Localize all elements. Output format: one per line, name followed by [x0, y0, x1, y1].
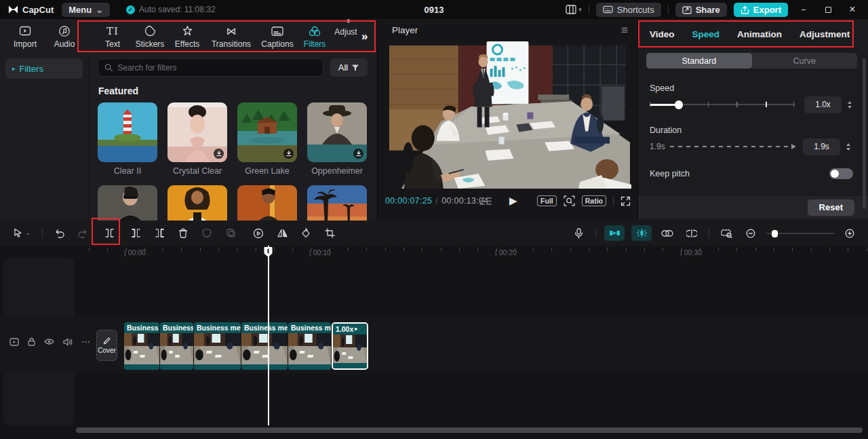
zoom-in-button[interactable]: [841, 225, 859, 242]
timeline-clip[interactable]: Business me: [160, 322, 193, 370]
zoom-slider-thumb[interactable]: [772, 230, 778, 237]
mask-button[interactable]: [198, 225, 216, 242]
ratio-button[interactable]: Ratio: [582, 195, 606, 206]
filter-card[interactable]: Green Lake: [237, 102, 297, 176]
tab-label: Import: [14, 39, 37, 49]
magnetic-snap-button[interactable]: [604, 225, 625, 241]
sidebar-item-filters[interactable]: ▸ Filters: [5, 58, 83, 79]
tab-adjustment[interactable]: Adjustment: [800, 29, 850, 39]
speed-value[interactable]: 1.0x: [804, 96, 842, 113]
select-tool-button[interactable]: ⌄: [9, 225, 35, 242]
playhead-line[interactable]: [268, 246, 269, 425]
mode-curve[interactable]: Curve: [752, 53, 858, 69]
maximize-button[interactable]: [819, 2, 837, 17]
timeline-clip[interactable]: Business me: [124, 322, 159, 370]
search-box[interactable]: [98, 58, 323, 77]
delete-right-button[interactable]: [151, 225, 168, 242]
timeline-clip[interactable]: Business me: [241, 322, 288, 370]
redo-button[interactable]: [74, 225, 92, 242]
speed-slider-thumb[interactable]: [675, 100, 683, 109]
crop-button[interactable]: [321, 225, 338, 242]
player-title: Player: [392, 25, 418, 35]
video-preview[interactable]: [384, 41, 631, 189]
share-button[interactable]: Share: [675, 3, 727, 17]
undo-button[interactable]: [50, 225, 68, 242]
lock-track-button[interactable]: [28, 337, 35, 346]
filter-card[interactable]: [167, 185, 227, 225]
tab-audio[interactable]: Audio: [45, 25, 84, 49]
current-timecode: 00:00:07:25: [385, 196, 432, 206]
tab-stickers[interactable]: Stickers: [130, 25, 170, 49]
timeline-ruler[interactable]: | 00:00 | 00:10 | 00:20 | 00:30: [89, 246, 868, 259]
inspector-scrollbar[interactable]: [863, 58, 866, 209]
layout-switch-button[interactable]: ▾: [566, 1, 582, 18]
tab-text[interactable]: TI Text: [95, 25, 130, 49]
delete-left-button[interactable]: [127, 225, 144, 242]
filter-card[interactable]: [237, 185, 297, 225]
overlay-button[interactable]: [222, 225, 239, 242]
minimize-button[interactable]: −: [795, 2, 812, 17]
duration-stepper[interactable]: [843, 138, 853, 155]
delete-button[interactable]: [174, 225, 192, 242]
export-button[interactable]: Export: [734, 3, 788, 17]
duration-value[interactable]: 1.9s: [803, 138, 840, 155]
clip-thumbnail: [160, 333, 193, 364]
search-input[interactable]: [117, 63, 317, 73]
cover-button[interactable]: Cover: [96, 330, 117, 361]
play-button[interactable]: ▶: [509, 195, 517, 207]
timeline-clip[interactable]: Business me: [288, 322, 331, 370]
timecode-separator: /: [435, 196, 438, 206]
unlink-button[interactable]: [683, 225, 701, 242]
zoom-out-button[interactable]: [742, 225, 760, 242]
filter-all-button[interactable]: All: [330, 58, 368, 77]
record-voiceover-button[interactable]: [570, 225, 587, 242]
filter-card[interactable]: Oppenheimer: [307, 102, 367, 176]
mode-standard[interactable]: Standard: [646, 53, 752, 69]
more-tabs-button[interactable]: »: [361, 30, 368, 43]
filter-thumbnail: [98, 102, 157, 162]
close-button[interactable]: ×: [844, 2, 861, 17]
render-preview-button[interactable]: [717, 225, 735, 242]
divider: [42, 229, 43, 238]
keep-pitch-toggle[interactable]: [829, 168, 853, 179]
timeline-zoom-slider[interactable]: [766, 229, 834, 238]
reset-button[interactable]: Reset: [808, 199, 854, 216]
timeline-clip[interactable]: Business me: [194, 322, 241, 370]
hide-track-button[interactable]: [44, 338, 54, 345]
speed-stepper[interactable]: [844, 96, 854, 113]
split-button[interactable]: [100, 225, 118, 242]
auto-snap-button[interactable]: [631, 225, 652, 241]
shortcuts-button[interactable]: Shortcuts: [596, 3, 661, 17]
tab-effects[interactable]: Effects: [170, 25, 205, 49]
full-button[interactable]: Full: [537, 195, 557, 206]
tab-filters[interactable]: Filters: [297, 25, 332, 49]
fullscreen-button[interactable]: [620, 196, 631, 206]
mirror-button[interactable]: [273, 225, 291, 242]
speed-slider[interactable]: [650, 100, 795, 109]
timeline-clip-selected[interactable]: 1.00x ▸: [332, 322, 368, 370]
player-menu-icon[interactable]: ≡: [621, 24, 628, 36]
mute-track-button[interactable]: [63, 338, 73, 346]
tab-video[interactable]: Video: [650, 29, 675, 39]
tab-import[interactable]: Import: [5, 25, 45, 49]
playhead-handle[interactable]: [264, 246, 273, 258]
track-more-button[interactable]: ⋯: [81, 337, 90, 346]
layout-icon: [566, 5, 576, 14]
tab-animation[interactable]: Animation: [737, 29, 782, 39]
menu-button[interactable]: Menu ⌄: [62, 3, 110, 17]
freeze-frame-button[interactable]: [250, 225, 267, 242]
link-button[interactable]: [658, 225, 676, 242]
filter-card[interactable]: [98, 185, 157, 225]
frame-view-button[interactable]: [479, 197, 492, 206]
tab-adjust[interactable]: Adjust: [332, 13, 359, 60]
tab-captions[interactable]: Captions: [258, 25, 297, 49]
filter-card[interactable]: Clear II: [98, 102, 157, 176]
focus-button[interactable]: [564, 195, 575, 206]
filter-card[interactable]: [307, 185, 367, 225]
timeline-h-scrollbar[interactable]: [76, 427, 863, 433]
tab-speed[interactable]: Speed: [692, 29, 720, 39]
step-up-icon: [846, 143, 850, 146]
rotate-button[interactable]: [297, 225, 315, 242]
tab-transitions[interactable]: ⋈ Transitions: [205, 25, 258, 49]
filter-card[interactable]: Crystal Clear: [167, 102, 227, 176]
